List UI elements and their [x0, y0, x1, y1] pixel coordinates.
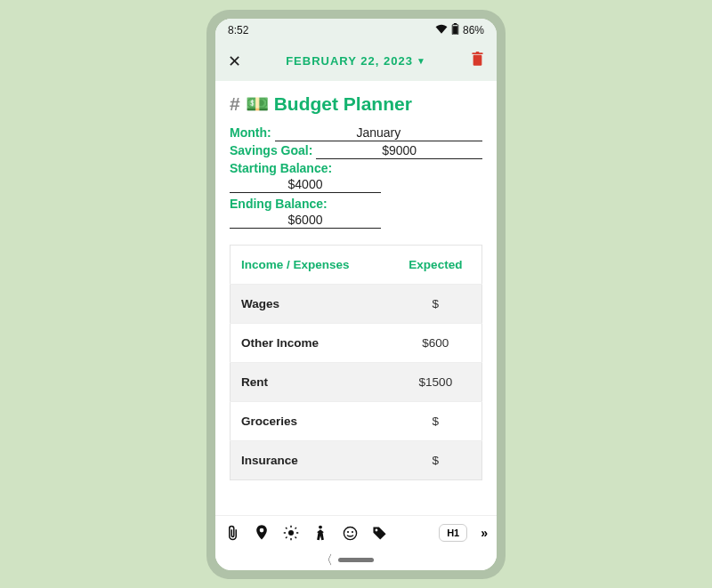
heading-button[interactable]: H1	[439, 524, 467, 542]
screen: 8:52 86% ✕ FEBRUARY 22, 2023 ▼	[215, 19, 497, 570]
money-icon: 💵	[246, 93, 269, 115]
chevron-right-icon[interactable]: »	[481, 526, 488, 540]
status-battery-text: 86%	[463, 24, 484, 36]
cell-name: Wages	[231, 284, 390, 323]
svg-point-6	[260, 528, 264, 533]
col-header-expected: Expected	[390, 245, 482, 284]
person-icon[interactable]	[312, 525, 328, 541]
note-content[interactable]: # 💵 Budget Planner Month: January Saving…	[215, 81, 497, 515]
col-header-name: Income / Expenses	[231, 245, 390, 284]
sun-icon[interactable]	[283, 525, 299, 541]
app-bar: ✕ FEBRUARY 22, 2023 ▼	[215, 42, 497, 81]
table-row[interactable]: Insurance$	[231, 440, 482, 479]
chevron-down-icon: ▼	[417, 56, 426, 66]
battery-icon	[451, 23, 459, 37]
savings-label: Savings Goal:	[230, 143, 312, 157]
cell-expected[interactable]: $600	[390, 323, 482, 362]
date-picker[interactable]: FEBRUARY 22, 2023 ▼	[286, 54, 426, 68]
cell-expected[interactable]: $	[390, 440, 482, 479]
table-row[interactable]: Rent$1500	[231, 362, 482, 401]
svg-point-17	[344, 527, 356, 539]
table-row[interactable]: Groceries$	[231, 401, 482, 440]
svg-point-19	[351, 531, 352, 533]
startbal-value[interactable]: $4000	[230, 177, 381, 193]
savings-value[interactable]: $9000	[316, 143, 482, 159]
cell-expected[interactable]: $	[390, 284, 482, 323]
home-pill[interactable]	[338, 558, 374, 562]
cell-name: Insurance	[231, 440, 390, 479]
page-title-text: Budget Planner	[274, 93, 412, 115]
phone-frame: 8:52 86% ✕ FEBRUARY 22, 2023 ▼	[206, 10, 506, 579]
back-icon[interactable]: 〈	[320, 552, 333, 568]
svg-line-15	[295, 528, 297, 529]
table-row[interactable]: Other Income$600	[231, 323, 482, 362]
svg-line-14	[286, 537, 287, 539]
startbal-label: Starting Balance:	[230, 161, 482, 175]
endbal-value[interactable]: $6000	[230, 213, 381, 229]
page-title: # 💵 Budget Planner	[230, 93, 482, 115]
svg-line-12	[286, 528, 287, 529]
table-row[interactable]: Wages$	[231, 284, 482, 323]
svg-point-20	[375, 528, 377, 531]
status-right: 86%	[435, 23, 484, 37]
svg-rect-5	[476, 52, 480, 53]
close-icon[interactable]: ✕	[228, 52, 241, 71]
cell-name: Rent	[231, 362, 390, 401]
svg-rect-3	[473, 55, 482, 66]
month-value[interactable]: January	[275, 125, 482, 141]
location-icon[interactable]	[254, 525, 270, 541]
cell-name: Groceries	[231, 401, 390, 440]
status-bar: 8:52 86%	[215, 19, 497, 42]
emoji-icon[interactable]	[342, 525, 358, 541]
hash-icon: #	[230, 93, 240, 115]
month-label: Month:	[230, 125, 271, 140]
svg-point-18	[346, 531, 348, 533]
wifi-icon	[435, 23, 448, 36]
android-nav-bar: 〈	[215, 551, 497, 570]
status-time: 8:52	[228, 24, 248, 36]
field-savings[interactable]: Savings Goal: $9000	[230, 143, 482, 159]
svg-point-16	[319, 526, 322, 529]
svg-rect-2	[453, 26, 457, 34]
attachment-icon[interactable]	[224, 525, 240, 541]
cell-expected[interactable]: $1500	[390, 362, 482, 401]
tag-icon[interactable]	[371, 525, 387, 541]
svg-point-7	[288, 530, 294, 536]
cell-expected[interactable]: $	[390, 401, 482, 440]
endbal-label: Ending Balance:	[230, 197, 482, 211]
budget-table: Income / Expenses Expected Wages$ Other …	[230, 245, 482, 480]
cell-name: Other Income	[231, 323, 390, 362]
editor-toolbar: H1 »	[215, 515, 497, 551]
appbar-date: FEBRUARY 22, 2023	[286, 54, 413, 68]
svg-line-13	[295, 537, 297, 539]
field-month[interactable]: Month: January	[230, 125, 482, 141]
trash-icon[interactable]	[471, 52, 484, 70]
